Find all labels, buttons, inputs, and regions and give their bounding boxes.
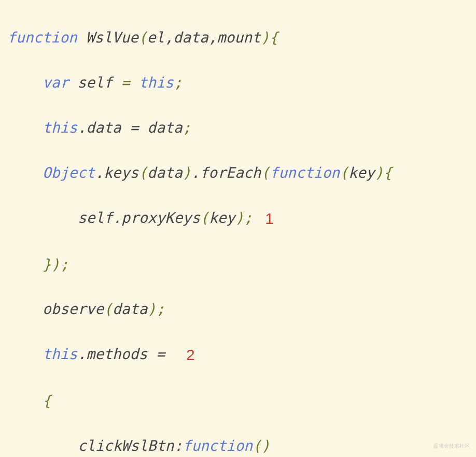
- keyword-this: this: [43, 119, 77, 136]
- keyword-this: this: [43, 346, 77, 363]
- prop-key: clickWslBtn:: [78, 437, 183, 454]
- paren: ): [147, 301, 156, 318]
- arg: key: [209, 209, 235, 226]
- brace: {: [43, 392, 51, 409]
- paren: (): [253, 437, 270, 454]
- call: observe: [43, 301, 104, 318]
- paren: (: [340, 164, 348, 181]
- paren: (: [138, 164, 147, 181]
- paren: (: [261, 164, 270, 181]
- paren: ): [183, 164, 191, 181]
- param: key: [348, 164, 375, 181]
- paren: (: [200, 209, 209, 226]
- brace: {: [270, 29, 278, 46]
- semicolon: ;: [156, 301, 165, 318]
- keyword-function: function: [7, 29, 77, 46]
- code-line-8: this.methods = 2: [7, 343, 469, 367]
- method: .forEach: [191, 164, 261, 181]
- code-line-3: this.data = data;: [7, 117, 469, 139]
- watermark-text: @稀金技术社区: [433, 442, 470, 450]
- operator: =: [113, 74, 139, 91]
- semicolon: ;: [174, 74, 183, 91]
- code-line-5: self.proxyKeys(key);1: [7, 207, 469, 231]
- keyword-function: function: [270, 164, 340, 181]
- params: el,data,mount: [147, 29, 261, 46]
- paren: ): [375, 164, 384, 181]
- identifier: self: [77, 74, 112, 91]
- assign: .data = data: [77, 119, 182, 136]
- brace: {: [383, 164, 392, 181]
- identifier: data: [147, 164, 182, 181]
- brace: }: [43, 256, 51, 273]
- annotation-1: 1: [253, 207, 274, 231]
- call: self.proxyKeys: [78, 209, 200, 226]
- code-line-9: {: [7, 390, 469, 412]
- keyword-function: function: [183, 437, 253, 454]
- object-literal: Object: [43, 164, 95, 181]
- code-line-7: observe(data);: [7, 298, 469, 320]
- paren: (: [104, 301, 113, 318]
- paren: ): [261, 29, 270, 46]
- code-block: function WslVue(el,data,mount){ var self…: [7, 4, 469, 457]
- code-line-6: });: [7, 253, 469, 276]
- code-line-1: function WslVue(el,data,mount){: [7, 26, 469, 49]
- function-name: WslVue: [86, 29, 138, 46]
- method: .keys: [95, 164, 138, 181]
- annotation-2: 2: [174, 343, 195, 367]
- paren: ): [235, 209, 244, 226]
- paren: (: [138, 29, 147, 46]
- assign: .methods =: [77, 346, 173, 363]
- code-line-2: var self = this;: [7, 72, 469, 94]
- code-line-4: Object.keys(data).forEach(function(key){: [7, 162, 469, 184]
- semicolon: ;: [183, 119, 191, 136]
- semicolon: ;: [244, 209, 253, 226]
- keyword-var: var: [43, 74, 69, 91]
- code-line-10: clickWslBtn:function(): [7, 435, 469, 457]
- paren: ): [51, 256, 60, 273]
- keyword-this: this: [138, 74, 173, 91]
- semicolon: ;: [60, 256, 69, 273]
- arg: data: [113, 301, 147, 318]
